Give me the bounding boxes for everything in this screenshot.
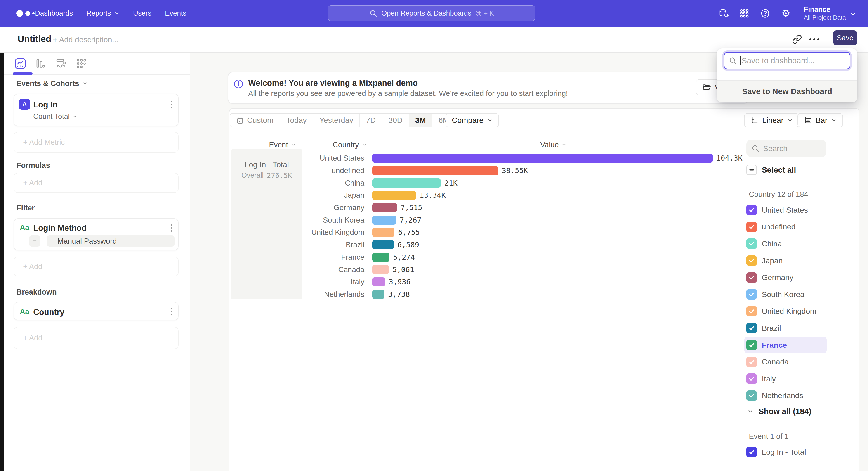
chart-type-dropdown[interactable]: Bar: [798, 113, 843, 127]
nav-menu-item[interactable]: Events: [165, 9, 186, 18]
nav-menu-item[interactable]: Dashboards: [35, 9, 73, 18]
compare-button[interactable]: Compare: [445, 113, 499, 127]
date-range-segment[interactable]: Yesterday: [313, 114, 360, 127]
add-metric-button[interactable]: + Add Metric: [13, 132, 179, 153]
bar[interactable]: [372, 191, 416, 200]
tab-insights[interactable]: [13, 56, 28, 71]
column-header-value[interactable]: Value: [540, 141, 566, 149]
more-actions-button[interactable]: [808, 33, 820, 45]
country-checkbox-row[interactable]: United States: [744, 202, 827, 218]
column-header-event[interactable]: Event: [269, 141, 296, 149]
settings-gear-icon[interactable]: ⚙: [781, 8, 791, 19]
checkbox-checked[interactable]: [746, 447, 757, 457]
data-management-icon[interactable]: [718, 8, 729, 19]
country-checkbox-row[interactable]: Germany: [744, 269, 827, 286]
bar[interactable]: [372, 228, 395, 237]
country-checkbox-row[interactable]: undefined: [744, 218, 827, 235]
checkbox-checked[interactable]: [746, 272, 757, 283]
events-cohorts-header[interactable]: Events & Cohorts: [17, 79, 88, 88]
checkbox-checked[interactable]: [746, 390, 757, 401]
bar[interactable]: [372, 277, 385, 286]
tab-retention[interactable]: [74, 56, 89, 71]
bar-category-label: Canada: [303, 265, 364, 274]
date-range-segment[interactable]: Today: [280, 114, 313, 127]
country-checkbox-row[interactable]: China: [744, 235, 827, 252]
project-switcher[interactable]: Finance All Project Data: [804, 5, 846, 21]
tab-flows[interactable]: [54, 56, 68, 71]
bar[interactable]: [372, 253, 390, 262]
filter-operator-dropdown[interactable]: =: [29, 235, 40, 246]
nav-menu-item[interactable]: Users: [133, 9, 151, 18]
value-scale-dropdown[interactable]: Linear: [744, 113, 799, 127]
metric-card-log-in[interactable]: A Log In Count Total: [13, 94, 179, 126]
country-checkbox-label: France: [762, 341, 787, 350]
filter-value-dropdown[interactable]: Manual Password: [47, 235, 175, 246]
nav-menu-item[interactable]: Reports: [86, 9, 120, 18]
metric-kebab-icon[interactable]: [170, 101, 172, 108]
tab-funnels[interactable]: [33, 56, 48, 71]
checkbox-checked[interactable]: [746, 306, 757, 317]
country-checkbox-list: United States undefined China Japan: [744, 202, 827, 404]
country-checkbox-label: Netherlands: [762, 391, 803, 400]
save-to-new-dashboard-button[interactable]: Save to New Dashboard: [717, 80, 857, 102]
checkbox-checked[interactable]: [746, 238, 757, 249]
apps-grid-icon[interactable]: [739, 8, 749, 19]
report-title[interactable]: Untitled: [18, 34, 51, 44]
bar[interactable]: [372, 240, 394, 249]
date-range-segment[interactable]: 7D: [360, 114, 382, 127]
filter-card-login-method[interactable]: Aa Login Method = Manual Password: [13, 218, 179, 251]
metric-name[interactable]: Log In: [33, 100, 58, 110]
project-chevron-down-icon[interactable]: [849, 11, 856, 19]
breakdown-kebab-icon[interactable]: [170, 308, 172, 315]
checkbox-checked[interactable]: [746, 205, 757, 215]
bar[interactable]: [372, 166, 498, 175]
dashboard-search-input[interactable]: [724, 52, 850, 69]
show-all-toggle[interactable]: Show all (184): [747, 407, 811, 416]
checkbox-checked[interactable]: [746, 256, 757, 266]
country-checkbox-row[interactable]: South Korea: [744, 286, 827, 303]
column-header-country[interactable]: Country: [333, 141, 367, 149]
country-checkbox-row[interactable]: France: [744, 336, 827, 354]
bar[interactable]: [372, 290, 384, 299]
bar[interactable]: [372, 154, 713, 163]
global-search-bar[interactable]: Open Reports & Dashboards ⌘ + K: [328, 5, 535, 21]
axis-icon: [750, 116, 758, 124]
event-checkbox-row[interactable]: Log In - Total: [744, 444, 827, 461]
copy-link-icon[interactable]: [791, 33, 803, 45]
add-breakdown-button[interactable]: + Add: [13, 327, 179, 349]
country-checkbox-row[interactable]: Netherlands: [744, 387, 827, 404]
filter-property-name[interactable]: Login Method: [33, 223, 87, 233]
checkbox-checked[interactable]: [746, 340, 757, 350]
checkbox-checked[interactable]: [746, 357, 757, 367]
save-button[interactable]: Save: [833, 30, 857, 45]
breakdown-property-name[interactable]: Country: [33, 307, 64, 317]
bar[interactable]: [372, 265, 389, 274]
metric-aggregation-dropdown[interactable]: Count Total: [33, 112, 77, 121]
bar[interactable]: [372, 178, 441, 187]
bar-category-label: South Korea: [303, 216, 364, 225]
filter-kebab-icon[interactable]: [170, 224, 172, 232]
add-description-placeholder[interactable]: + Add description...: [53, 35, 119, 44]
add-filter-button[interactable]: + Add: [13, 257, 179, 276]
bar[interactable]: [372, 215, 396, 225]
add-formula-button[interactable]: + Add: [13, 173, 179, 193]
help-icon[interactable]: [760, 8, 770, 19]
checkbox-checked[interactable]: [746, 374, 757, 384]
search-icon: [729, 57, 737, 65]
country-checkbox-row[interactable]: Brazil: [744, 320, 827, 336]
select-all-checkbox-indeterminate[interactable]: [746, 165, 757, 175]
mixpanel-logo-icon[interactable]: [16, 0, 35, 27]
breakdown-card-country[interactable]: Aa Country: [13, 302, 179, 320]
country-checkbox-row[interactable]: Italy: [744, 370, 827, 387]
country-checkbox-row[interactable]: United Kingdom: [744, 303, 827, 320]
country-checkbox-row[interactable]: Canada: [744, 353, 827, 370]
checkbox-checked[interactable]: [746, 323, 757, 333]
checkbox-checked[interactable]: [746, 222, 757, 232]
date-range-segment[interactable]: 30D: [382, 114, 409, 127]
checkbox-checked[interactable]: [746, 289, 757, 299]
bar[interactable]: [372, 203, 397, 212]
country-checkbox-row[interactable]: Japan: [744, 252, 827, 269]
select-all-row[interactable]: Select all: [746, 165, 796, 175]
date-range-segment[interactable]: 3M: [409, 114, 432, 127]
date-range-segment[interactable]: Custom: [230, 114, 280, 127]
